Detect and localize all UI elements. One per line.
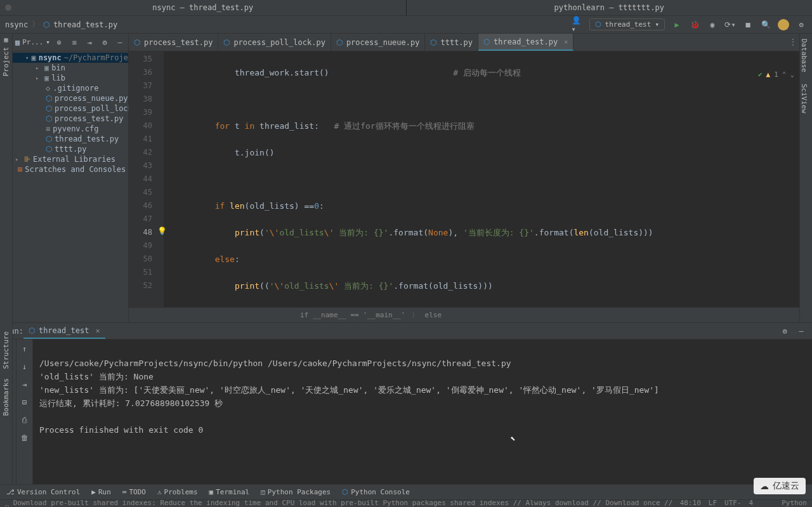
sciview-tool-label[interactable]: SciView	[800, 79, 808, 113]
profile-button[interactable]: ⟳▾	[724, 19, 736, 30]
expand-icon[interactable]: ≡	[69, 37, 80, 48]
run-toolbar-2: ↑ ↓ ⇥ ⊟ ⎙ 🗑	[16, 339, 33, 484]
gear-icon[interactable]: ⚙	[796, 19, 807, 30]
titlebar-left: nsync – thread_test.py	[0, 0, 407, 15]
status-caret-pos[interactable]: 48:10	[680, 499, 701, 508]
gutter: 353637 383940 414243 444546 474849 50515…	[129, 51, 164, 307]
python-file-icon: ⬡	[43, 20, 49, 29]
tree-scratches[interactable]: ⊞Scratches and Consoles	[13, 164, 128, 174]
cloud-icon: ☁	[760, 481, 769, 491]
user-icon[interactable]: 👤▾	[572, 19, 583, 30]
status-message[interactable]: Download pre-built shared indexes: Reduc…	[13, 499, 680, 508]
bottom-tab-terminal[interactable]: ▣Terminal	[209, 488, 250, 496]
tab-tttt[interactable]: ⬡tttt.py	[425, 34, 478, 51]
crumb-else[interactable]: else	[425, 311, 442, 319]
terminal-icon: ▣	[209, 488, 214, 496]
coverage-button[interactable]: ◉	[707, 19, 718, 30]
tree-root[interactable]: ▾ ▣ nsync ~/PycharmProjects/	[13, 53, 128, 63]
tab-process-poll-lock[interactable]: ⬡process_poll_lock.py	[218, 34, 331, 51]
project-panel: ▦ Pr... ▾ ⊕ ≡ ⇥ ⚙ — ▾ ▣ nsync ~/PycharmP…	[13, 34, 129, 322]
console-line: 运行结束, 累计耗时: 7.027688980102539 秒	[39, 398, 223, 408]
console-output[interactable]: /Users/caoke/PycharmProjects/nsync/bin/p…	[33, 339, 812, 484]
search-icon[interactable]: 🔍	[760, 19, 771, 30]
project-tree[interactable]: ▾ ▣ nsync ~/PycharmProjects/ ▸▣bin ▸▣lib…	[13, 51, 128, 176]
bookmarks-tool-label[interactable]: Bookmarks	[2, 378, 10, 416]
trash-icon[interactable]: 🗑	[19, 432, 30, 444]
debug-button[interactable]: 🐞	[689, 19, 700, 30]
tree-file-process-nueue[interactable]: ⬡process_nueue.py	[13, 93, 128, 103]
chevron-down-icon[interactable]: ⌄	[790, 70, 794, 79]
close-icon[interactable]	[5, 4, 11, 11]
gear-icon[interactable]: ⚙	[779, 326, 790, 337]
breadcrumb-root[interactable]: nsync	[5, 20, 28, 29]
chevron-down-icon[interactable]: ▾	[46, 38, 50, 46]
status-indent[interactable]: 4 spaces	[749, 499, 775, 508]
python-icon: ⬡	[342, 488, 348, 496]
status-encoding[interactable]: UTF-8	[724, 499, 742, 508]
bottom-tab-run[interactable]: ▶Run	[91, 488, 111, 496]
scroll-icon[interactable]: ⊟	[19, 397, 30, 408]
close-icon[interactable]: ✕	[95, 326, 100, 335]
up-icon[interactable]: ↑	[19, 343, 30, 355]
status-interpreter[interactable]: Python 3	[782, 499, 807, 508]
left-tool-rail: ▦ Project	[0, 34, 13, 322]
tree-file-process-test[interactable]: ⬡process_test.py	[13, 114, 128, 124]
breadcrumb-file[interactable]: thread_test.py	[53, 20, 117, 29]
bottom-tab-todo[interactable]: ≔TODO	[122, 488, 146, 496]
tab-process-test[interactable]: ⬡process_test.py	[129, 34, 218, 51]
tree-folder-lib[interactable]: ▸▣lib	[13, 73, 128, 83]
tree-file-pyvenv[interactable]: ≡pyvenv.cfg	[13, 124, 128, 134]
run-button[interactable]: ▶	[671, 19, 683, 30]
down-icon[interactable]: ↓	[19, 361, 30, 372]
tab-menu-icon[interactable]: ⋮	[789, 37, 797, 46]
chevron-up-icon[interactable]: ⌃	[782, 70, 787, 79]
tree-file-process-poll-lock[interactable]: ⬡process_poll_lock.py	[13, 103, 128, 114]
wrap-icon[interactable]: ⇥	[19, 379, 30, 390]
print-icon[interactable]: ⎙	[19, 414, 30, 426]
bottom-tab-python-console[interactable]: ⬡Python Console	[342, 488, 410, 496]
tree-external-libs[interactable]: ▸⊪External Libraries	[13, 154, 128, 164]
main-area: ▦ Project ▦ Pr... ▾ ⊕ ≡ ⇥ ⚙ — ▾ ▣ nsync …	[0, 34, 812, 322]
warning-icon: ▲	[766, 70, 771, 79]
hide-icon[interactable]: —	[114, 37, 126, 48]
gear-icon[interactable]: ⚙	[99, 37, 110, 48]
project-tool-icon[interactable]: ▦	[4, 36, 8, 43]
bottom-tab-vcs[interactable]: ⎇Version Control	[6, 488, 80, 496]
avatar[interactable]	[778, 19, 789, 30]
stop-button[interactable]: ■	[742, 19, 754, 30]
tab-thread-test[interactable]: ⬡thread_test.py✕	[478, 34, 573, 51]
status-line-ending[interactable]: LF	[709, 499, 717, 508]
tree-root-name: nsync	[39, 53, 62, 62]
bottom-tab-python-packages[interactable]: ◫Python Packages	[261, 488, 331, 496]
inspection-widget[interactable]: ✔ ▲ 1 ⌃ ⌄	[758, 70, 794, 79]
intention-bulb-icon[interactable]: 💡	[157, 227, 166, 235]
collapse-icon[interactable]: ⇥	[84, 37, 95, 48]
window-title-right: pythonlearn – ttttttt.py	[554, 3, 664, 12]
database-tool-label[interactable]: Database	[800, 34, 808, 72]
run-tab[interactable]: ⬡ thread_test ✕	[23, 323, 105, 339]
project-panel-icon: ▦	[15, 38, 20, 47]
run-config-selector[interactable]: ⬡ thread_test ▾	[589, 18, 665, 30]
close-icon[interactable]: ✕	[564, 38, 568, 45]
code-content[interactable]: thread_work.start() # 启动每一个线程 for t in t…	[164, 51, 799, 307]
check-icon: ✔	[758, 70, 763, 79]
statusbar: ☐ Download pre-built shared indexes: Red…	[0, 499, 812, 507]
watermark: ☁ 亿速云	[754, 478, 806, 494]
event-log-icon[interactable]: ☐	[5, 503, 10, 507]
structure-tool-label[interactable]: Structure	[2, 331, 10, 369]
run-tab-label: thread_test	[39, 326, 89, 335]
tree-folder-bin[interactable]: ▸▣bin	[13, 63, 128, 73]
tab-process-nueue[interactable]: ⬡process_nueue.py	[331, 34, 426, 51]
python-icon: ⬡	[29, 326, 35, 335]
hide-icon[interactable]: —	[796, 326, 807, 337]
tree-file-tttt[interactable]: ⬡tttt.py	[13, 144, 128, 154]
editor-area: ⬡process_test.py ⬡process_poll_lock.py ⬡…	[129, 34, 799, 322]
crumb-if-main[interactable]: if __name__ == '__main__'	[300, 311, 405, 319]
bottom-tab-problems[interactable]: ⚠Problems	[157, 488, 198, 496]
tree-file-thread-test[interactable]: ⬡thread_test.py	[13, 134, 128, 144]
project-tool-label[interactable]: Project	[2, 47, 10, 76]
tree-file-gitignore[interactable]: ◇.gitignore	[13, 83, 128, 93]
editor-body[interactable]: 353637 383940 414243 444546 474849 50515…	[129, 51, 799, 307]
locate-icon[interactable]: ⊕	[53, 37, 65, 48]
left-rail-bottom: Structure Bookmarks	[0, 322, 13, 484]
